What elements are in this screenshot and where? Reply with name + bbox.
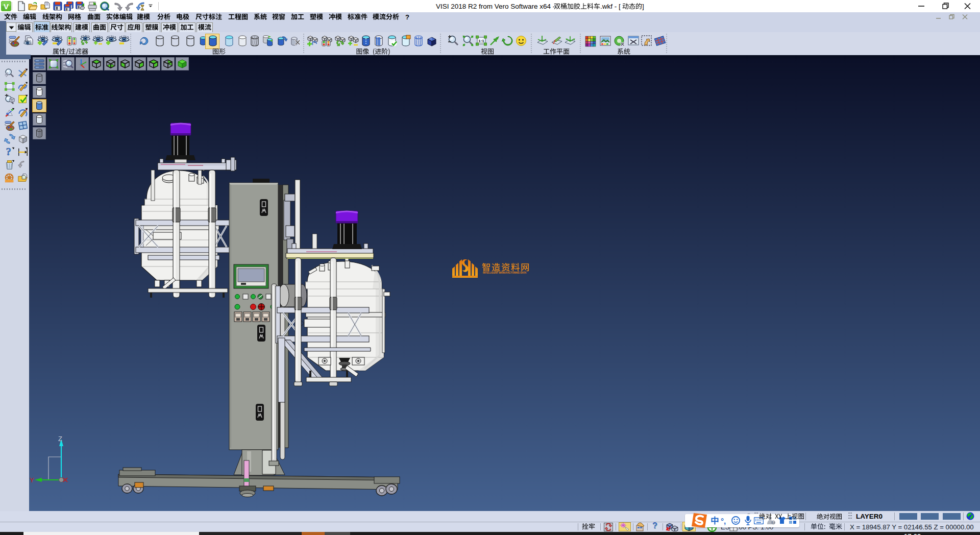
svg-text:?: ? xyxy=(6,147,11,157)
svg-text:7: 7 xyxy=(772,521,774,524)
svg-text:Z: Z xyxy=(58,435,62,443)
svg-text:V: V xyxy=(4,2,9,11)
svg-text:Y: Y xyxy=(30,476,34,484)
svg-text:1:1: 1:1 xyxy=(478,39,484,43)
